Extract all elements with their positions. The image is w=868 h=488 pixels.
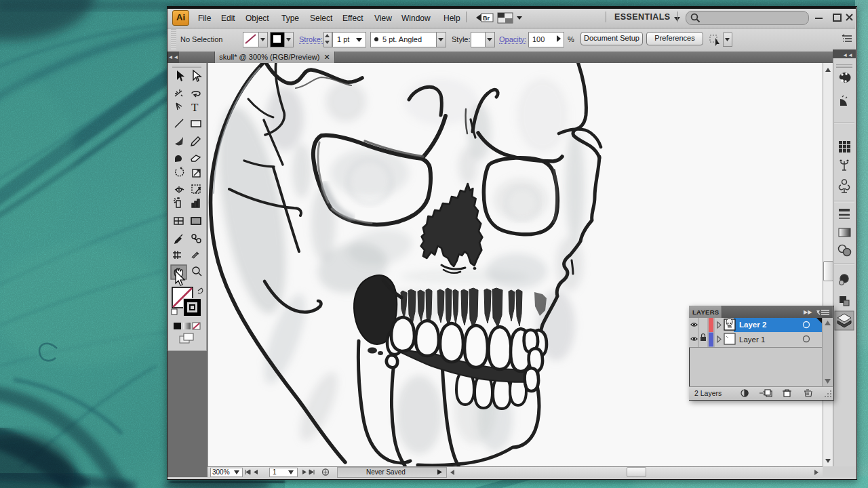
svg-text:T: T — [191, 101, 199, 114]
svg-text:Br: Br — [483, 15, 490, 22]
